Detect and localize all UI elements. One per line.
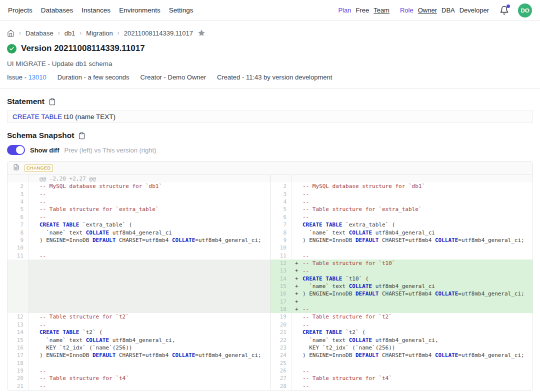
diff-header-bar: CHANGED	[8, 162, 532, 175]
meta-duration: Duration - a few seconds	[58, 74, 130, 81]
star-icon[interactable]	[198, 29, 206, 37]
success-check-icon	[7, 44, 16, 54]
diff-hunk-header: @@ -2,20 +2,27 @@	[8, 175, 270, 182]
statement-sql[interactable]: CREATE TABLE t10 (name TEXT)	[7, 110, 533, 123]
nav-right-group: Plan Free Team Role Owner DBA Developer …	[338, 4, 532, 18]
version-title-row: Version 20211008114339.11017	[7, 44, 533, 54]
diff-split-view: @@ -2,20 +2,27 @@2-- MySQL database stru…	[8, 175, 532, 390]
breadcrumb-item-version[interactable]: 20211008114339.11017	[124, 30, 193, 37]
show-diff-toggle[interactable]	[7, 145, 25, 155]
role-option-developer[interactable]: Developer	[460, 6, 489, 14]
diff-context-line: 22 `name` text COLLATE utf8mb4_general_c…	[270, 336, 532, 344]
diff-gap-block	[8, 260, 270, 314]
plan-option-team[interactable]: Team	[374, 6, 390, 14]
breadcrumb-item-migration[interactable]: Migration	[86, 30, 112, 37]
diff-context-line: 6--	[270, 214, 532, 221]
diff-context-line: 16 KEY `t2_idx` (`name`(256))	[8, 344, 270, 352]
diff-context-line: 27-- Table structure for `t4`	[270, 374, 532, 382]
diff-context-line: 7CREATE TABLE `extra_table` (	[270, 221, 532, 228]
diff-added-line: 17+	[270, 298, 532, 306]
diff-context-line: 21--	[8, 382, 270, 390]
role-option-dba[interactable]: DBA	[442, 6, 455, 14]
diff-added-line: 18+--	[270, 306, 532, 313]
diff-context-line: 11--	[8, 252, 270, 260]
meta-creator: Creator - Demo Owner	[140, 74, 206, 81]
diff-context-line: 20-- Table structure for `t4`	[8, 374, 270, 382]
schema-diff-viewer[interactable]: CHANGED @@ -2,20 +2,27 @@2-- MySQL datab…	[7, 161, 533, 390]
diff-context-line: 12-- Table structure for `t2`	[8, 313, 270, 320]
diff-context-line: 5-- Table structure for `extra_table`	[8, 206, 270, 213]
diff-context-line: 20--	[270, 321, 532, 328]
diff-context-line: 14CREATE TABLE `t2` (	[8, 328, 270, 336]
diff-context-line: 10	[270, 244, 532, 252]
role-option-owner[interactable]: Owner	[418, 6, 437, 14]
avatar[interactable]: DO	[518, 4, 532, 18]
section-divider	[0, 88, 540, 89]
diff-pane-previous: @@ -2,20 +2,27 @@2-- MySQL database stru…	[8, 175, 270, 390]
diff-added-line: 14+CREATE TABLE `t10` (	[270, 275, 532, 282]
diff-context-line: 2-- MySQL database structure for `db1`	[8, 182, 270, 190]
changed-status-badge: CHANGED	[24, 164, 53, 172]
page-title: Version 20211008114339.11017	[21, 44, 145, 54]
notifications-bell-icon[interactable]	[500, 6, 510, 16]
diff-context-line: 4--	[8, 198, 270, 206]
diff-context-line: 6--	[8, 214, 270, 221]
meta-issue: Issue - 13010	[7, 74, 46, 81]
nav-item-environments[interactable]: Environments	[119, 6, 160, 14]
breadcrumb-separator: ›	[118, 30, 120, 36]
plan-option-free[interactable]: Free	[356, 6, 369, 14]
diff-context-line: 26--	[270, 367, 532, 374]
copy-statement-button[interactable]	[48, 98, 56, 106]
diff-context-line: 7CREATE TABLE `extra_table` (	[8, 221, 270, 228]
diff-context-line: 3--	[8, 190, 270, 198]
diff-context-line: 4--	[270, 198, 532, 206]
diff-added-line: 15+ `name` text COLLATE utf8mb4_general_…	[270, 282, 532, 290]
file-icon	[13, 164, 20, 173]
diff-context-line: 8 `name` text COLLATE utf8mb4_general_ci	[270, 229, 532, 236]
show-diff-row: Show diff Prev (left) vs This version (r…	[7, 145, 533, 155]
breadcrumb-separator: ›	[19, 30, 21, 36]
diff-added-line: 12+-- Table structure for `t10`	[270, 260, 532, 267]
breadcrumb-separator: ›	[80, 30, 82, 36]
show-diff-label: Show diff	[30, 146, 60, 154]
nav-item-instances[interactable]: Instances	[82, 6, 110, 14]
diff-pane-current: 2-- MySQL database structure for `db1`3-…	[270, 175, 532, 390]
diff-context-line: 15 `name` text COLLATE utf8mb4_general_c…	[8, 336, 270, 344]
migration-meta-row: Issue - 13010 Duration - a few seconds C…	[7, 74, 533, 81]
diff-context-line: 8 `name` text COLLATE utf8mb4_general_ci	[8, 229, 270, 236]
breadcrumb-item-database[interactable]: Database	[26, 30, 54, 37]
diff-added-line: 13+--	[270, 267, 532, 274]
nav-item-projects[interactable]: Projects	[8, 6, 32, 14]
breadcrumb: › Database › db1 › Migration › 202110081…	[7, 29, 533, 37]
diff-orientation-hint: Prev (left) vs This version (right)	[64, 146, 156, 154]
migration-subtitle: UI MIGRATE - Update db1 schema	[7, 60, 533, 68]
meta-created: Created - 11:43 by version development	[217, 74, 332, 81]
diff-context-line: 5-- Table structure for `extra_table`	[270, 206, 532, 213]
copy-snapshot-button[interactable]	[78, 132, 86, 140]
diff-added-line: 16+) ENGINE=InnoDB DEFAULT CHARSET=utf8m…	[270, 290, 532, 298]
issue-link[interactable]: 13010	[28, 74, 46, 81]
breadcrumb-separator: ›	[58, 30, 60, 36]
top-nav: Projects Databases Instances Environment…	[0, 0, 540, 21]
diff-context-line: 10	[8, 244, 270, 252]
plan-label: Plan	[338, 6, 351, 14]
schema-snapshot-heading: Schema Snapshot	[7, 131, 74, 140]
main-nav-links: Projects Databases Instances Environment…	[8, 6, 193, 14]
diff-context-line: 28--	[270, 382, 532, 390]
diff-context-line: 9) ENGINE=InnoDB DEFAULT CHARSET=utf8mb4…	[8, 236, 270, 244]
page-content: › Database › db1 › Migration › 202110081…	[0, 29, 540, 392]
diff-context-line: 24) ENGINE=InnoDB DEFAULT CHARSET=utf8mb…	[270, 352, 532, 359]
diff-context-line: 2-- MySQL database structure for `db1`	[270, 182, 532, 190]
home-icon[interactable]	[7, 30, 14, 37]
diff-context-line: 19-- Table structure for `t2`	[270, 313, 532, 320]
diff-context-line: 18	[8, 360, 270, 367]
role-label: Role	[400, 6, 414, 14]
notification-dot	[506, 4, 510, 8]
diff-context-line: 19--	[8, 367, 270, 374]
breadcrumb-item-db1[interactable]: db1	[64, 30, 76, 37]
nav-item-databases[interactable]: Databases	[41, 6, 74, 14]
diff-context-line: 13--	[8, 321, 270, 328]
issue-label: Issue -	[7, 74, 26, 81]
nav-item-settings[interactable]: Settings	[169, 6, 194, 14]
diff-context-line: 21CREATE TABLE `t2` (	[270, 328, 532, 336]
